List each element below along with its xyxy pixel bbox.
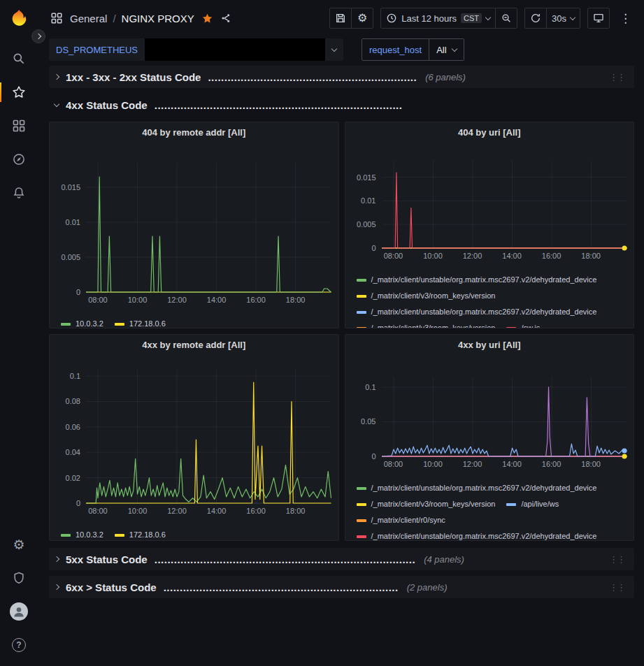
panel-title[interactable]: 4xx by uri [All] [345,335,634,354]
save-icon [335,13,346,24]
x-axis-tick-label: 10:00 [423,252,443,260]
y-axis-tick-label: 0 [76,288,80,296]
cycle-view-mode-button[interactable] [587,8,610,29]
datasource-value-field[interactable] [145,38,325,61]
y-axis-tick-label: 0 [76,499,80,507]
y-axis: 00.0050.010.015 [54,163,86,292]
request-host-value: All [436,45,446,55]
sidebar-item-explore[interactable] [0,143,38,176]
plot-area[interactable] [382,161,627,248]
chart-canvas [86,163,331,292]
row-panels-count: (2 panels) [407,582,448,593]
legend-item[interactable]: /_matrix/client/unstable/org.matrix.msc2… [357,272,597,288]
legend-label: /_matrix/client/v3/room_keys/version [371,320,496,328]
panel-title[interactable]: 4xx by remote addr [All] [50,335,338,354]
x-axis-tick-label: 12:00 [463,460,482,468]
time-range-label: Last 12 hours [401,13,457,24]
panel-legend: 10.0.3.2172.18.0.6 [50,316,338,328]
row-drag-handle[interactable]: ⋮⋮ [605,71,629,84]
x-axis-tick-label: 08:00 [384,460,403,468]
legend-item[interactable]: /_matrix/client/v3/room_keys/version [357,496,496,512]
chevron-right-icon [36,34,41,39]
clock-icon [386,13,397,24]
legend-label: /_matrix/client/v3/room_keys/version [371,288,496,304]
variables-bar: DS_PROMETHEUS request_host All [38,36,644,63]
request-host-value-dropdown[interactable]: All [429,38,464,61]
legend-item[interactable]: 172.18.0.6 [115,527,166,541]
legend-item[interactable]: 172.18.0.6 [115,316,166,328]
legend-item[interactable]: 10.0.3.2 [61,527,103,541]
save-dashboard-button[interactable] [329,8,352,29]
breadcrumb-separator: / [113,13,115,24]
dashboard-toolbar: General / NGINX PROXY ⚙ [38,0,644,36]
legend-item[interactable]: /api/live/ws [506,496,559,512]
sidebar-item-profile[interactable] [0,595,38,628]
sidebar-item-configuration[interactable]: ⚙ [0,528,38,561]
row-header-5xx[interactable]: 5xx Status Code ........................… [49,548,634,570]
row-header-6xx[interactable]: 6xx > Status Code ......................… [49,576,634,598]
x-axis-tick-label: 18:00 [286,296,306,304]
x-axis-tick-label: 16:00 [246,507,266,515]
x-axis-tick-label: 10:00 [128,507,148,515]
plot-area[interactable] [382,377,627,456]
share-icon[interactable] [220,13,231,24]
refresh-interval-dropdown[interactable]: 30s [546,8,580,29]
panel-title[interactable]: 404 by uri [All] [345,122,634,142]
favorite-star-icon[interactable] [201,13,213,24]
row-header-1xx-3xx-2xx[interactable]: 1xx - 3xx - 2xx Status Code ............… [49,66,634,88]
legend-item[interactable]: /_matrix/client/v3/room_keys/version [357,320,496,328]
zoom-out-time-button[interactable] [495,8,517,29]
panel-title[interactable]: 404 by remote addr [All] [50,122,338,142]
row-header-4xx[interactable]: 4xx Status Code ........................… [49,94,634,116]
y-axis-tick-label: 0.005 [357,220,376,229]
row-title-dots: ........................................… [164,581,399,593]
dashboard-settings-button[interactable]: ⚙ [351,8,373,29]
legend-item[interactable]: /_matrix/client/v3/room_keys/version [357,288,496,304]
time-range-picker[interactable]: Last 12 hours CST [380,8,496,29]
x-axis-tick-label: 12:00 [463,252,482,260]
row-panels-count: (6 panels) [425,72,466,82]
refresh-button[interactable] [524,8,547,29]
legend-item[interactable]: /_matrix/client/unstable/org.matrix.msc2… [357,480,597,496]
grafana-logo-icon[interactable] [8,8,29,29]
sidebar-item-help[interactable]: ? [0,628,38,662]
legend-item[interactable]: /_matrix/client/r0/sync [357,512,445,528]
panel-legend: /_matrix/client/unstable/org.matrix.msc2… [345,480,634,541]
legend-item[interactable]: 10.0.3.2 [61,316,103,328]
sidebar-item-starred[interactable] [0,75,38,109]
plot-area[interactable] [86,163,331,292]
legend-label: /_matrix/client/unstable/org.matrix.msc2… [371,480,597,496]
sidebar-item-dashboards[interactable] [0,109,38,143]
series-line [382,173,627,248]
x-axis-tick-label: 12:00 [167,507,187,515]
row-drag-handle[interactable]: ⋮⋮ [605,553,629,566]
sidebar-item-server-admin[interactable] [0,561,38,595]
x-axis-tick-label: 18:00 [581,460,601,468]
legend-label: 10.0.3.2 [76,527,103,541]
legend-label: 172.18.0.6 [129,316,166,328]
sidebar-expand-button[interactable] [31,29,45,43]
breadcrumb-dashboard-title[interactable]: NGINX PROXY [122,13,194,24]
more-options-button[interactable]: ⋮ [617,8,634,29]
row-drag-handle[interactable]: ⋮⋮ [605,581,629,594]
legend-item[interactable]: /sw.js [506,320,540,328]
y-axis-tick-label: 0.04 [66,448,80,456]
y-axis: 00.020.040.060.080.1 [54,370,86,503]
plot-area[interactable] [86,370,331,503]
y-axis-tick-label: 0.02 [66,474,80,482]
datasource-dropdown-caret[interactable] [325,38,343,61]
star-icon [12,85,26,99]
avatar [10,602,28,621]
datasource-variable-label[interactable]: DS_PROMETHEUS [49,38,145,61]
legend-swatch [357,327,366,329]
legend-item[interactable]: /_matrix/client/unstable/org.matrix.msc2… [357,528,597,541]
sidebar-item-search[interactable] [0,42,38,75]
breadcrumb-section[interactable]: General [70,13,107,24]
legend-item[interactable]: /_matrix/client/unstable/org.matrix.msc2… [357,304,597,320]
request-host-variable-label[interactable]: request_host [362,38,429,61]
chart-canvas [86,370,331,503]
panels-grid: 404 by remote addr [All] 00.0050.010.015… [49,122,634,541]
datasource-variable: DS_PROMETHEUS [49,38,343,61]
sidebar-item-alerting[interactable] [0,176,38,210]
timezone-badge: CST [461,13,482,23]
